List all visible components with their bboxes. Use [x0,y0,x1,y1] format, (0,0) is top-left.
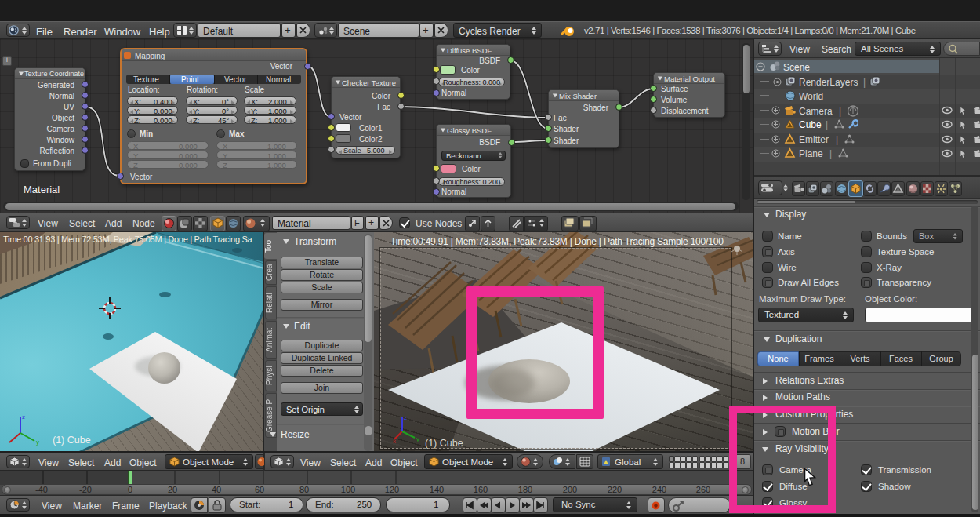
svg-text:x: x [393,438,396,444]
svg-text:z: z [404,414,407,421]
svg-text:y: y [416,435,419,442]
svg-text:y: y [36,439,39,446]
svg-text:z: z [22,413,25,421]
